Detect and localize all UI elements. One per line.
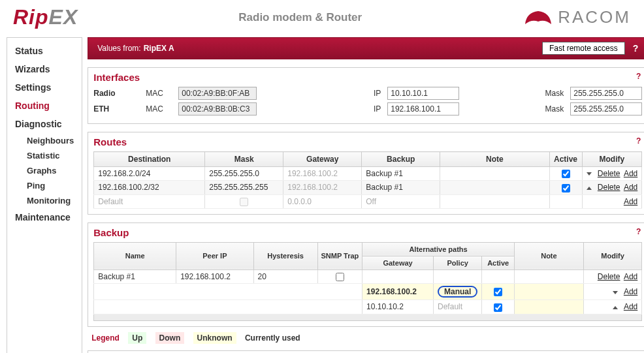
active-checkbox[interactable] (562, 184, 570, 192)
alt-policy-cell: Manual (434, 284, 482, 300)
dest-cell: 192.168.100.2/32 (94, 181, 205, 194)
modify-cell: Add (583, 300, 641, 314)
route-row: 192.168.2.0/24 255.255.255.0 192.168.100… (94, 167, 642, 181)
routes-help-icon[interactable]: ? (636, 136, 641, 146)
backup-cell: Backup #1 (362, 167, 440, 181)
arrow-down-icon[interactable] (587, 172, 592, 176)
active-checkbox[interactable] (562, 170, 570, 178)
dest-cell: 192.168.2.0/24 (94, 167, 205, 181)
dest-cell: Default (94, 194, 205, 208)
eth-mask-input[interactable] (570, 102, 642, 115)
sidebar: Status Wizards Settings Routing Diagnost… (7, 37, 82, 353)
radio-ip-input[interactable] (387, 87, 459, 100)
note-cell (440, 181, 549, 194)
legend-unknown: Unknown (193, 332, 236, 344)
radio-mask-input[interactable] (570, 87, 642, 100)
interfaces-panel: Interfaces ? Radio MAC IP Mask ETH MAC I… (88, 67, 644, 124)
eth-mac-input[interactable] (178, 102, 257, 115)
interface-row-eth: ETH MAC IP Mask (93, 102, 642, 115)
arrow-up-icon[interactable] (587, 187, 592, 190)
values-banner: Values from: RipEX A Fast remote access … (88, 37, 644, 59)
sidebar-sub-monitoring[interactable]: Monitoring (7, 193, 82, 208)
col-modify: Modify (582, 152, 642, 167)
delete-link[interactable]: Delete (598, 272, 620, 281)
arrow-down-icon[interactable] (613, 291, 618, 294)
racom-icon (523, 7, 554, 28)
note-cell (514, 269, 583, 283)
sidebar-sub-statistic[interactable]: Statistic (7, 148, 82, 163)
note-cell (514, 300, 583, 314)
mask-label: Mask (538, 104, 564, 114)
col-gateway: Gateway (283, 152, 362, 167)
alt-gw-cell: 192.168.100.2 (362, 284, 434, 300)
routes-title: Routes (93, 136, 127, 147)
fast-remote-button[interactable]: Fast remote access (542, 42, 625, 55)
backup-row: Backup #1 192.168.100.2 20 Delete Add (94, 269, 642, 283)
mask-cell: 255.255.255.0 (205, 167, 283, 181)
name-cell: Backup #1 (94, 269, 176, 283)
sidebar-sub-neighbours[interactable]: Neighbours (7, 133, 82, 148)
legend-label: Legend (91, 333, 120, 343)
route-row: 192.168.100.2/32 255.255.255.255 192.168… (94, 181, 642, 194)
add-link[interactable]: Add (624, 183, 637, 192)
alt-path-row: 10.10.10.2 Default Add (94, 300, 642, 314)
arrow-up-icon[interactable] (613, 306, 618, 309)
interface-row-radio: Radio MAC IP Mask (93, 87, 642, 100)
legend: Legend Up Down Unknown Currently used (88, 333, 644, 343)
modify-cell: Add (583, 284, 641, 300)
sidebar-item-status[interactable]: Status (7, 42, 82, 60)
mask-label: Mask (538, 89, 564, 98)
delete-link[interactable]: Delete (598, 183, 620, 192)
legend-down: Down (155, 332, 185, 344)
sidebar-sub-ping[interactable]: Ping (7, 178, 82, 193)
col-peer: Peer IP (176, 242, 253, 269)
alt-active-cell (482, 284, 515, 300)
backup-help-icon[interactable]: ? (636, 227, 641, 236)
note-cell (514, 284, 583, 300)
add-link[interactable]: Add (624, 302, 637, 311)
add-link[interactable]: Add (624, 287, 637, 296)
policy-manual-badge[interactable]: Manual (438, 286, 477, 298)
eth-ip-input[interactable] (387, 102, 459, 115)
backup-title: Backup (93, 227, 129, 238)
backup-panel: Backup ? Name Peer IP Hysteresis SNMP Tr… (88, 223, 644, 327)
snmp-checkbox[interactable] (336, 273, 344, 281)
sidebar-item-routing[interactable]: Routing (7, 97, 82, 115)
add-link[interactable]: Add (624, 272, 637, 281)
ip-label: IP (368, 89, 381, 98)
backup-cell: Backup #1 (362, 181, 440, 194)
alt-active-checkbox[interactable] (494, 288, 502, 296)
interfaces-help-icon[interactable]: ? (636, 72, 641, 81)
routes-table: Destination Mask Gateway Backup Note Act… (93, 151, 642, 209)
hyst-cell: 20 (253, 269, 317, 283)
sidebar-sub-graphs[interactable]: Graphs (7, 163, 82, 178)
active-cell (549, 167, 582, 181)
sidebar-item-maintenance[interactable]: Maintenance (7, 208, 82, 226)
col-alt-active: Active (482, 256, 515, 269)
add-link[interactable]: Add (624, 169, 637, 178)
mask-checkbox (240, 198, 248, 206)
note-cell (440, 167, 549, 181)
alt-active-checkbox[interactable] (494, 303, 502, 312)
gw-cell: 0.0.0.0 (283, 194, 362, 208)
legend-current: Currently used (245, 333, 300, 343)
sidebar-item-wizards[interactable]: Wizards (7, 60, 82, 78)
sidebar-item-settings[interactable]: Settings (7, 78, 82, 97)
active-cell (549, 194, 582, 208)
add-link[interactable]: Add (624, 197, 637, 206)
active-cell (549, 181, 582, 194)
delete-link[interactable]: Delete (598, 169, 620, 178)
banner-help-icon[interactable]: ? (633, 43, 639, 54)
routes-panel: Routes ? Destination Mask Gateway Backup… (88, 132, 644, 215)
modify-cell: Delete Add (582, 181, 642, 194)
backup-footer-row (94, 314, 642, 320)
snmp-cell (317, 269, 362, 283)
alt-active-cell (482, 300, 515, 314)
sidebar-item-diagnostic[interactable]: Diagnostic (7, 115, 82, 133)
col-mask: Mask (205, 152, 283, 167)
header: RipEX Radio modem & Router RACOM (0, 0, 644, 35)
radio-mac-input[interactable] (178, 87, 257, 100)
col-active: Active (549, 152, 582, 167)
interfaces-title: Interfaces (93, 72, 140, 83)
col-note: Note (440, 152, 549, 167)
